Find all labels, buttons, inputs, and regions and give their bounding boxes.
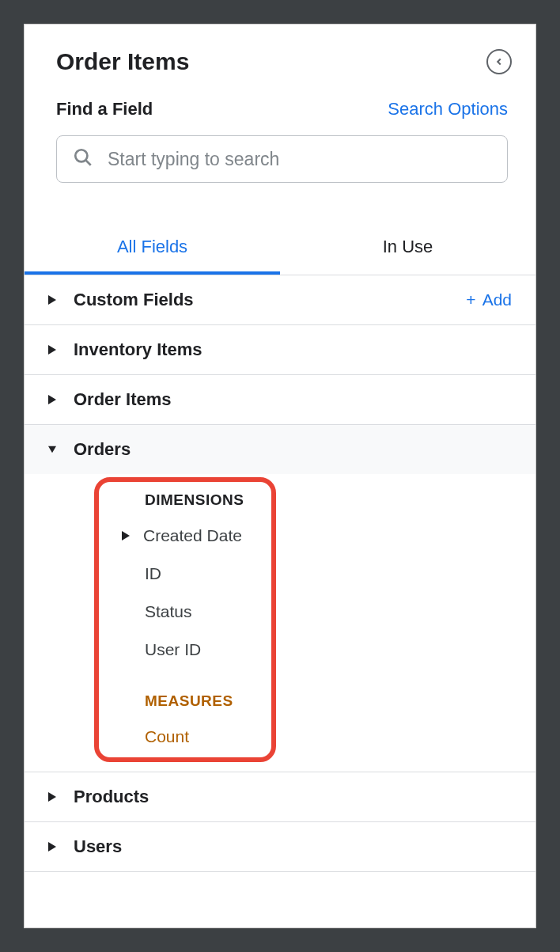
field-label: ID [145,564,161,583]
section-products[interactable]: Products [25,772,535,822]
search-options-link[interactable]: Search Options [388,99,508,119]
section-inventory-items[interactable]: Inventory Items [25,325,535,375]
tab-in-use[interactable]: In Use [280,222,535,275]
caret-right-icon [47,395,58,404]
section-order-items[interactable]: Order Items [25,375,535,425]
svg-marker-7 [48,792,56,802]
plus-icon: + [466,290,475,309]
search-labels: Find a Field Search Options [56,99,508,119]
svg-marker-6 [122,531,130,540]
caret-down-icon [47,445,58,454]
svg-line-1 [85,160,91,165]
dimensions-header: DIMENSIONS [25,482,535,517]
svg-marker-8 [48,842,56,851]
section-label: Users [74,836,512,857]
svg-marker-5 [48,446,56,453]
search-box[interactable] [56,135,508,183]
collapse-button[interactable] [486,49,512,74]
field-label: Created Date [143,526,242,545]
section-users[interactable]: Users [25,822,535,872]
caret-right-icon [47,295,58,305]
caret-right-icon [47,345,58,355]
section-label: Custom Fields [74,290,450,310]
field-picker-panel: Order Items Find a Field Search Options … [24,24,536,928]
add-custom-field-button[interactable]: + Add [466,290,512,309]
field-label: Count [145,727,189,746]
section-label: Order Items [74,389,512,410]
svg-marker-4 [48,395,56,404]
caret-right-icon [118,531,134,540]
search-section: Find a Field Search Options [25,83,535,207]
section-label: Orders [74,439,512,460]
field-label: User ID [145,640,201,659]
caret-right-icon [47,842,58,851]
section-custom-fields[interactable]: Custom Fields + Add [25,275,535,325]
section-label: Inventory Items [74,339,512,360]
field-created-date[interactable]: Created Date [25,517,535,555]
add-label: Add [482,290,512,309]
svg-marker-3 [48,345,56,355]
field-count[interactable]: Count [25,718,535,756]
svg-marker-2 [48,295,56,305]
find-field-label: Find a Field [56,99,153,119]
search-icon [73,147,93,171]
panel-title: Order Items [56,48,189,75]
svg-point-0 [75,150,87,161]
tab-all-fields[interactable]: All Fields [25,222,280,275]
field-id[interactable]: ID [25,555,535,593]
measures-header: MEASURES [25,683,535,718]
field-user-id[interactable]: User ID [25,631,535,669]
orders-content: DIMENSIONS Created Date ID Status User I… [25,474,535,772]
field-status[interactable]: Status [25,593,535,631]
section-orders[interactable]: Orders [25,425,535,474]
field-label: Status [145,602,192,621]
chevron-left-icon [494,56,505,67]
panel-header: Order Items [25,25,535,83]
search-input[interactable] [108,149,491,170]
section-label: Products [74,787,512,807]
tabs: All Fields In Use [25,222,535,275]
caret-right-icon [47,792,58,802]
